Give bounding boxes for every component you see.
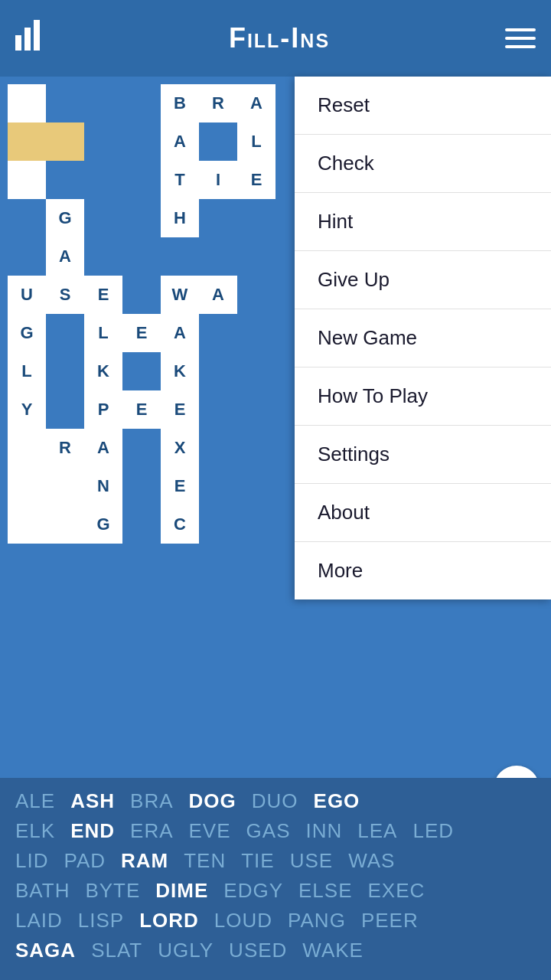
cell-r3-c5[interactable]: T [161,161,199,199]
menu-item-how-to-play[interactable]: How To Play [295,368,551,426]
cell-r9-c6 [199,390,237,429]
menu-item-reset[interactable]: Reset [295,77,551,135]
cell-r9-c1[interactable]: Y [8,390,46,429]
cell-r6-c5[interactable]: W [161,276,199,314]
cell-r5-c4 [122,237,161,276]
word-lid: LID [15,849,48,873]
word-exec: EXEC [368,879,425,903]
cell-r11-c6 [199,467,237,505]
svg-rect-0 [15,35,21,51]
cell-r7-c5[interactable]: A [161,314,199,352]
word-used: USED [229,939,287,962]
cell-r12-c6 [199,505,237,544]
word-list: ALE ASH BRA DOG DUO EGO ELK END ERA EVE … [0,778,551,980]
svg-rect-1 [24,28,31,51]
word-row-1: ALE ASH BRA DOG DUO EGO [15,789,536,813]
word-wake: WAKE [302,939,364,962]
cell-r12-c1[interactable] [8,505,46,544]
cell-r9-c3[interactable]: P [84,390,122,429]
cell-r10-c1[interactable] [8,429,46,467]
cell-r10-c3[interactable]: A [84,429,122,467]
cell-r11-c1[interactable] [8,467,46,505]
cell-r11-c3[interactable]: N [84,467,122,505]
cell-r9-c4[interactable]: E [122,390,161,429]
cell-r10-c5[interactable]: X [161,429,199,467]
cell-r2-c7[interactable]: L [237,122,276,161]
cell-r7-c4[interactable]: E [122,314,161,352]
cell-r8-c2 [46,352,84,390]
word-byte: BYTE [85,879,140,903]
word-lea: LEA [357,819,397,843]
word-laid: LAID [15,909,63,933]
word-lord: LORD [139,909,199,933]
menu-item-settings[interactable]: Settings [295,426,551,484]
word-row-5: LAID LISP LORD LOUD PANG PEER [15,909,536,933]
cell-r4-c5[interactable]: H [161,199,199,237]
cell-r7-c1[interactable]: G [8,314,46,352]
app-title: Fill-Ins [229,22,330,54]
word-elk: ELK [15,819,55,843]
menu-item-about[interactable]: About [295,484,551,542]
menu-item-check[interactable]: Check [295,135,551,193]
cell-r7-c3[interactable]: L [84,314,122,352]
cell-r1-c1[interactable] [8,84,46,122]
cell-r6-c2[interactable]: S [46,276,84,314]
cell-r9-c5[interactable]: E [161,390,199,429]
main-area: B R A A L T I E G H [0,77,551,980]
word-pad: PAD [64,849,106,873]
cell-r12-c4 [122,505,161,544]
cell-r8-c5[interactable]: K [161,352,199,390]
cell-r12-c3[interactable]: G [84,505,122,544]
cell-r7-c7 [237,314,276,352]
cell-r3-c3 [84,161,122,199]
cell-r4-c4 [122,199,161,237]
cell-r10-c2[interactable]: R [46,429,84,467]
cell-r11-c5[interactable]: E [161,467,199,505]
cell-r1-c6[interactable]: R [199,84,237,122]
cell-r6-c4 [122,276,161,314]
cell-r8-c3[interactable]: K [84,352,122,390]
cell-r1-c7[interactable]: A [237,84,276,122]
cell-r2-c5[interactable]: A [161,122,199,161]
menu-item-more[interactable]: More [295,542,551,599]
cell-r3-c7[interactable]: E [237,161,276,199]
cell-r5-c2[interactable]: A [46,237,84,276]
word-row-4: BATH BYTE DIME EDGY ELSE EXEC [15,879,536,903]
cell-r5-c5 [161,237,199,276]
cell-r8-c1[interactable]: L [8,352,46,390]
word-led: LED [412,819,454,843]
word-row-3: LID PAD RAM TEN TIE USE WAS [15,849,536,873]
menu-item-hint[interactable]: Hint [295,193,551,251]
cell-r4-c2[interactable]: G [46,199,84,237]
cell-r2-c2[interactable] [46,122,84,161]
crossword-grid[interactable]: B R A A L T I E G H [8,84,274,580]
word-saga: SAGA [15,939,76,962]
cell-r12-c5[interactable]: C [161,505,199,544]
word-ego: EGO [314,789,360,813]
menu-button[interactable] [505,28,536,48]
svg-rect-2 [34,20,40,51]
cell-r6-c6[interactable]: A [199,276,237,314]
cell-r12-c2[interactable] [46,505,84,544]
cell-r3-c4 [122,161,161,199]
menu-item-give-up[interactable]: Give Up [295,251,551,309]
cell-r2-c1[interactable] [8,122,46,161]
cell-r1-c3 [84,84,122,122]
cell-r3-c6[interactable]: I [199,161,237,199]
word-dog: DOG [189,789,236,813]
cell-r12-c7 [237,505,276,544]
cell-r5-c1 [8,237,46,276]
cell-r11-c2[interactable] [46,467,84,505]
word-tie: TIE [241,849,274,873]
cell-r6-c1[interactable]: U [8,276,46,314]
word-eve: EVE [189,819,231,843]
word-ale: ALE [15,789,55,813]
cell-r1-c5[interactable]: B [161,84,199,122]
word-row-6: SAGA SLAT UGLY USED WAKE [15,939,536,962]
menu-item-new-game[interactable]: New Game [295,309,551,368]
cell-r3-c1[interactable] [8,161,46,199]
stats-icon[interactable] [15,20,54,57]
word-lisp: LISP [78,909,124,933]
word-dime: DIME [155,879,208,903]
cell-r6-c3[interactable]: E [84,276,122,314]
